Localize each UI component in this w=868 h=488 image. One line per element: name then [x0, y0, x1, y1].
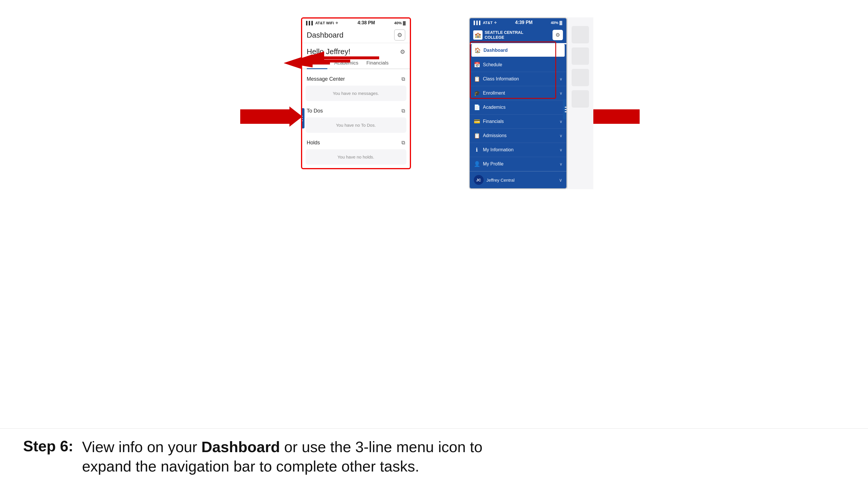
user-chevron: ∨ [559, 177, 562, 183]
todos-title: To Dos [307, 108, 323, 114]
message-center-header: Message Center ⧉ [302, 73, 410, 86]
left-status-bar: ▌▌▌ AT&T WiFi ✧ 4:38 PM 40% ▓ [302, 19, 410, 27]
right-status-bar: ▌▌▌ AT&T ✧ 4:39 PM 40% ▓ [470, 18, 566, 27]
right-phone-wrapper: ▌▌▌ AT&T ✧ 4:39 PM 40% ▓ 🏫 SEA [469, 18, 567, 189]
nav-admissions-icon: 📋 [474, 132, 480, 139]
nav-my-info-icon: ℹ [474, 147, 480, 153]
nav-financials-chevron: ∨ [559, 119, 562, 124]
user-avatar: JC [474, 175, 484, 185]
holds-content: You have no holds. [306, 149, 406, 165]
todos-content: You have no To Dos. [306, 118, 406, 133]
screenshots-area: ▌▌▌ AT&T WiFi ✧ 4:38 PM 40% ▓ Dashboard … [0, 0, 868, 428]
page-container: ▌▌▌ AT&T WiFi ✧ 4:38 PM 40% ▓ Dashboard … [0, 0, 868, 488]
left-carrier: ▌▌▌ AT&T WiFi ✧ [306, 21, 338, 25]
nav-admissions-label: Admissions [483, 133, 507, 138]
nav-item-academics[interactable]: 📄 Academics [470, 100, 566, 115]
message-center-content: You have no messages. [306, 86, 406, 101]
nav-enrollment-icon: 🎓 [474, 90, 480, 96]
nav-item-enrollment[interactable]: 🎓 Enrollment ∨ [470, 86, 566, 100]
ham-line-2 [301, 118, 303, 119]
holds-title: Holds [307, 140, 320, 146]
left-gear-button[interactable]: ⚙ [394, 30, 405, 40]
arrow-head-left [289, 106, 303, 127]
right-hamburger-handle[interactable] [563, 99, 567, 120]
signal-icon: ▌▌▌ [306, 21, 314, 25]
dashboard-title: Dashboard [307, 31, 344, 40]
nav-class-icon: 📋 [474, 76, 480, 82]
hello-text: Hello Jeffrey! [307, 47, 350, 56]
nav-financials-icon: 💳 [474, 118, 480, 125]
user-name: Jeffrey Central [487, 177, 515, 183]
ham-line-3 [301, 120, 303, 121]
message-center-section: Message Center ⧉ You have no messages. [302, 73, 410, 101]
battery-icon: ▓ [403, 21, 405, 25]
rp-item-3 [571, 69, 589, 86]
left-hamburger-handle[interactable] [301, 108, 305, 128]
nav-item-dashboard[interactable]: 🏠 Dashboard [471, 44, 565, 57]
nav-item-my-info[interactable]: ℹ My Information ∨ [470, 143, 566, 157]
ham-line-1 [301, 116, 303, 117]
nav-item-schedule[interactable]: 📅 Schedule [470, 58, 566, 72]
nav-item-financials[interactable]: 💳 Financials ∨ [470, 115, 566, 129]
step-text-part1: View info on your [82, 438, 201, 455]
nav-my-info-chevron: ∨ [559, 148, 562, 152]
nav-item-class-info[interactable]: 📋 Class Information ∨ [470, 72, 566, 86]
right-signal-icon: ▌▌▌ [474, 21, 482, 25]
tabs-row: General Academics Financials [302, 57, 410, 69]
filter-icon[interactable]: ⚙ [400, 48, 405, 55]
tab-academics[interactable]: Academics [333, 57, 360, 69]
wifi-icon: WiFi ✧ [326, 21, 338, 25]
todos-ext-icon[interactable]: ⧉ [401, 108, 405, 114]
nav-footer: JC Jeffrey Central ∨ [470, 171, 566, 188]
nav-academics-icon: 📄 [474, 104, 480, 110]
arrow-left [240, 106, 303, 127]
right-battery: 40% ▓ [551, 21, 562, 25]
hello-bar: Hello Jeffrey! ⚙ [302, 43, 410, 57]
right-battery-icon: ▓ [559, 21, 562, 25]
nav-item-my-profile[interactable]: 👤 My Profile ∨ [470, 157, 566, 171]
right-gear-button[interactable]: ⚙ [553, 30, 563, 40]
step-label: Step 6: [23, 437, 73, 455]
nav-dashboard-label: Dashboard [484, 48, 508, 53]
nav-header: 🏫 SEATTLE CENTRAL COLLEGE ⚙ [470, 27, 566, 43]
right-phone: ▌▌▌ AT&T ✧ 4:39 PM 40% ▓ 🏫 SEA [469, 18, 567, 189]
nav-enrollment-label: Enrollment [483, 91, 505, 96]
tab-financials[interactable]: Financials [365, 57, 390, 69]
message-center-ext-icon[interactable]: ⧉ [401, 76, 405, 82]
right-ham-line-2 [565, 109, 567, 110]
school-logo-icon: 🏫 [473, 30, 483, 40]
arrow-body-right [590, 109, 640, 124]
left-phone: ▌▌▌ AT&T WiFi ✧ 4:38 PM 40% ▓ Dashboard … [301, 18, 411, 169]
left-battery: 40% ▓ [394, 21, 406, 25]
nav-item-admissions[interactable]: 📋 Admissions ∨ [470, 129, 566, 143]
arrow-body-left [240, 109, 289, 124]
nav-my-profile-chevron: ∨ [559, 162, 562, 166]
step-text: View info on your Dashboard or use the 3… [82, 437, 483, 477]
step-text-part2: or use the 3-line menu icon to [280, 438, 483, 455]
nav-logo-area: 🏫 SEATTLE CENTRAL COLLEGE [473, 30, 524, 40]
nav-admissions-chevron: ∨ [559, 133, 562, 138]
todos-section: To Dos ⧉ You have no To Dos. [302, 104, 410, 133]
nav-financials-label: Financials [483, 119, 504, 124]
nav-schedule-label: Schedule [483, 62, 502, 67]
nav-class-label: Class Information [483, 76, 519, 82]
right-time: 4:39 PM [515, 20, 532, 25]
nav-class-chevron: ∨ [559, 77, 562, 81]
tab-general[interactable]: General [307, 57, 327, 69]
todos-header: To Dos ⧉ [302, 104, 410, 118]
step-text-line2: expand the navigation bar to complete ot… [82, 458, 419, 475]
nav-academics-label: Academics [483, 105, 506, 110]
nav-menu: 🏠 Dashboard 📅 Schedule [470, 44, 566, 171]
right-ham-line-1 [565, 107, 567, 108]
right-gear-icon: ⚙ [555, 32, 560, 38]
right-carrier: ▌▌▌ AT&T ✧ [474, 21, 497, 25]
right-wifi-icon: ✧ [494, 21, 497, 25]
nav-enrollment-chevron: ∨ [559, 91, 562, 95]
nav-dashboard-icon: 🏠 [474, 47, 481, 54]
step-text-bold: Dashboard [202, 438, 280, 455]
nav-my-profile-icon: 👤 [474, 161, 480, 167]
holds-ext-icon[interactable]: ⧉ [401, 140, 405, 146]
holds-section: Holds ⧉ You have no holds. [302, 136, 410, 165]
rp-item-4 [571, 90, 589, 108]
left-time: 4:38 PM [358, 20, 375, 26]
